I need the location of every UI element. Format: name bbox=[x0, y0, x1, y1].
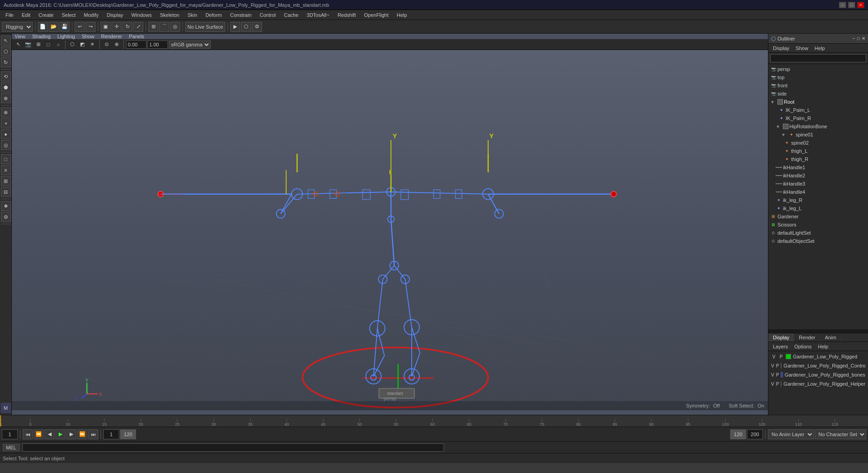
vp-cam-btn[interactable]: 📷 bbox=[24, 40, 33, 49]
snap-btn[interactable]: ❖ bbox=[1, 201, 11, 211]
outliner-minimize-btn[interactable]: − bbox=[853, 36, 855, 41]
rotate-tool-btn[interactable]: ↻ bbox=[1, 57, 11, 67]
mark-btn[interactable]: ● bbox=[1, 129, 11, 139]
menu-skin[interactable]: Skin bbox=[184, 11, 201, 19]
render-btn[interactable]: ▶ bbox=[230, 22, 240, 32]
deform-tool-btn[interactable]: ⊗ bbox=[1, 107, 11, 117]
step-back-btn[interactable]: ⏪ bbox=[34, 429, 44, 439]
snap-grid-btn[interactable]: ⊞ bbox=[148, 22, 158, 32]
vp-resolution-btn[interactable]: ⊕ bbox=[112, 40, 121, 49]
color-field1[interactable] bbox=[126, 40, 146, 49]
ipr-btn[interactable]: ⬡ bbox=[241, 22, 251, 32]
menu-cache[interactable]: Cache bbox=[280, 11, 302, 19]
tab-anim[interactable]: Anim bbox=[820, 333, 841, 342]
tree-item-root[interactable]: ▼ Root bbox=[768, 98, 868, 106]
vp-grid-btn[interactable]: ⊞ bbox=[34, 40, 43, 49]
tab-display[interactable]: Display bbox=[768, 333, 794, 342]
tree-item-persp[interactable]: 📷 persp bbox=[768, 65, 868, 73]
close-button[interactable]: ✕ bbox=[857, 2, 864, 8]
undo-btn[interactable]: ↩ bbox=[75, 22, 85, 32]
poly-select-btn[interactable]: ⬟ bbox=[1, 82, 11, 92]
menu-edit[interactable]: Edit bbox=[18, 11, 34, 19]
tree-item-ikhandle4[interactable]: ikHandle4 bbox=[768, 188, 868, 196]
color-field2[interactable] bbox=[147, 40, 168, 49]
tree-item-spine02[interactable]: ✦ spine02 bbox=[768, 139, 868, 147]
tree-item-ik-leg-r[interactable]: ✦ ik_leg_R bbox=[768, 196, 868, 204]
paint-tool-btn[interactable]: ⬡ bbox=[1, 46, 11, 56]
viewport-menu-panels[interactable]: Panels bbox=[126, 34, 147, 40]
tree-item-side[interactable]: 📷 side bbox=[768, 90, 868, 98]
outliner-close-btn[interactable]: ✕ bbox=[862, 36, 865, 41]
outliner-maximize-btn[interactable]: □ bbox=[857, 36, 860, 41]
outliner-search-input[interactable] bbox=[770, 54, 866, 62]
snap-point-btn[interactable]: ◎ bbox=[170, 22, 180, 32]
character-set-select[interactable]: No Character Set bbox=[815, 429, 866, 439]
snap-curve-btn[interactable]: ⌒ bbox=[159, 22, 169, 32]
tree-item-default-object-set[interactable]: ⊙ defaultObjectSet bbox=[768, 237, 868, 245]
outliner-menu-display[interactable]: Display bbox=[770, 45, 792, 52]
max-start-frame-field[interactable] bbox=[747, 429, 763, 439]
tree-item-ik-palm-r[interactable]: ✦ IK_Palm_R bbox=[768, 114, 868, 122]
menu-select[interactable]: Select bbox=[58, 11, 80, 19]
menu-display[interactable]: Display bbox=[103, 11, 127, 19]
lines-btn[interactable]: ≡ bbox=[1, 165, 11, 175]
tree-item-ikhandle3[interactable]: ikHandle3 bbox=[768, 180, 868, 188]
viewport-menu-show[interactable]: Show bbox=[79, 34, 97, 40]
minimize-button[interactable]: − bbox=[839, 2, 846, 8]
menu-windows[interactable]: Windows bbox=[128, 11, 156, 19]
mel-indicator[interactable]: MEL bbox=[3, 444, 20, 451]
color-profile-select[interactable]: sRGB gamma bbox=[169, 40, 211, 49]
menu-file[interactable]: File bbox=[2, 11, 17, 19]
mel-command-input[interactable] bbox=[22, 443, 444, 452]
minus-btn[interactable]: ⊟ bbox=[1, 187, 11, 197]
tree-item-spine01[interactable]: ▼ ✦ spine01 bbox=[768, 131, 868, 139]
pivot-btn[interactable]: ⌖ bbox=[1, 118, 11, 128]
go-to-start-btn[interactable]: ⏮ bbox=[23, 429, 33, 439]
mode-dropdown[interactable]: Rigging bbox=[2, 22, 33, 32]
options-menu-item[interactable]: Options bbox=[792, 343, 814, 350]
tree-item-gardener[interactable]: ⊞ Gardener bbox=[768, 212, 868, 221]
tree-item-ik-palm-l[interactable]: ✦ IK_Palm_L bbox=[768, 106, 868, 114]
select-btn[interactable]: ▣ bbox=[101, 22, 111, 32]
settings-btn[interactable]: ⚙ bbox=[1, 212, 11, 222]
layer-gardener-rigged[interactable]: V P Gardener_Low_Poly_Rigged bbox=[769, 352, 867, 361]
redo-btn[interactable]: ↪ bbox=[86, 22, 96, 32]
new-scene-btn[interactable]: 📄 bbox=[38, 22, 48, 32]
render-settings-btn[interactable]: ⚙ bbox=[252, 22, 262, 32]
tree-item-hip[interactable]: ▼ HipRotationBone bbox=[768, 122, 868, 131]
grid-btn[interactable]: □ bbox=[1, 154, 11, 164]
menu-help[interactable]: Help bbox=[393, 11, 411, 19]
menu-constrain[interactable]: Constrain bbox=[227, 11, 255, 19]
step-fwd-btn[interactable]: ⏩ bbox=[77, 429, 87, 439]
maya-logo-btn[interactable]: M bbox=[1, 403, 11, 413]
prev-frame-btn[interactable]: ◀ bbox=[45, 429, 55, 439]
anim-layer-select[interactable]: No Anim Layer bbox=[768, 429, 814, 439]
help-menu-item[interactable]: Help bbox=[815, 343, 831, 350]
tree-item-top[interactable]: 📷 top bbox=[768, 73, 868, 81]
menu-control[interactable]: Control bbox=[256, 11, 279, 19]
tree-item-ikhandle1[interactable]: ikHandle1 bbox=[768, 163, 868, 171]
plus-btn[interactable]: ⊞ bbox=[1, 176, 11, 186]
restore-button[interactable]: □ bbox=[848, 2, 855, 8]
vp-isolate-btn[interactable]: ⊙ bbox=[102, 40, 111, 49]
vp-wireframe-btn[interactable]: □ bbox=[44, 40, 53, 49]
tree-item-scissors[interactable]: ⊞ Scissors bbox=[768, 221, 868, 229]
layers-menu-item[interactable]: Layers bbox=[770, 343, 791, 350]
menu-deform[interactable]: Deform bbox=[202, 11, 226, 19]
timeline[interactable]: 1510152025303540455055606570758085909510… bbox=[0, 415, 868, 427]
vp-smooth-btn[interactable]: ○ bbox=[54, 40, 63, 49]
viewport-canvas[interactable]: standart bbox=[12, 50, 768, 410]
viewport-menu-view[interactable]: View bbox=[12, 34, 28, 40]
move-btn[interactable]: ✛ bbox=[111, 22, 121, 32]
next-frame-btn[interactable]: ▶ bbox=[66, 429, 76, 439]
layer-gardener-helper[interactable]: V P Gardener_Low_Poly_Rigged_Helper bbox=[769, 379, 867, 388]
end-frame-field[interactable] bbox=[120, 429, 136, 439]
scale-btn[interactable]: ⤢ bbox=[133, 22, 143, 32]
move-tool-btn[interactable]: ⟲ bbox=[1, 71, 11, 81]
tree-item-thigh-l[interactable]: ✦ thigh_L bbox=[768, 147, 868, 155]
layer-gardener-controls[interactable]: V P Gardener_Low_Poly_Rigged_Contro bbox=[769, 361, 867, 370]
vp-light-btn[interactable]: ☀ bbox=[88, 40, 97, 49]
menu-redshift[interactable]: Redshift bbox=[334, 11, 359, 19]
tree-item-ik-leg-l[interactable]: ✦ ik_leg_L bbox=[768, 204, 868, 212]
vp-shading-btn[interactable]: ⬡ bbox=[68, 40, 77, 49]
